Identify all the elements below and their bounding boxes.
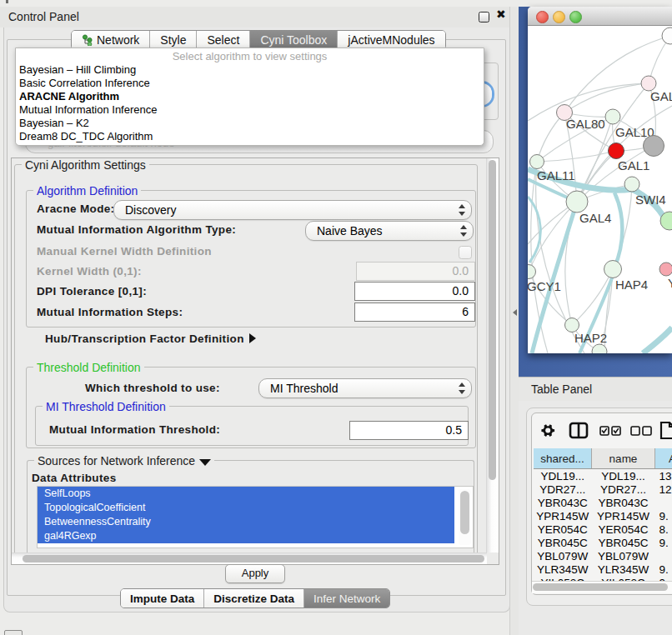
tab-style[interactable]: Style (150, 31, 197, 49)
network-edge-highlighted[interactable] (614, 192, 622, 268)
mi-type-label: Mutual Information Algorithm Type: (37, 223, 236, 236)
data-attributes-list[interactable]: SelfLoopsTopologicalCoefficientBetweenne… (37, 486, 474, 548)
network-node-label: GCY1 (528, 279, 561, 293)
algorithm-option[interactable]: Dream8 DC_TDC Algorithm (16, 130, 484, 143)
aracne-mode-combobox[interactable]: Discovery (113, 200, 472, 220)
table-row[interactable]: YER054CYER054C8. (534, 522, 672, 536)
network-node-label: Y (668, 276, 672, 290)
mi-threshold-group: MI Threshold Definition Mutual Informati… (35, 406, 469, 446)
network-node-y[interactable] (659, 262, 672, 276)
network-node-label: GAL80 (566, 117, 605, 131)
panel-corner-button[interactable] (4, 630, 23, 635)
settings-vertical-scrollbar[interactable] (486, 158, 499, 552)
network-node-label: SWI4 (635, 192, 666, 207)
table-cell: YDR27... (534, 482, 592, 496)
attribute-item[interactable]: gal4RGexp (38, 529, 454, 543)
tab-cyni-toolbox[interactable]: Cyni Toolbox (250, 31, 338, 49)
table-row[interactable]: YBL079WYBL079W (534, 549, 672, 562)
scrollbar-thumb[interactable] (533, 583, 668, 591)
unchecked-pair-icon[interactable] (631, 427, 651, 435)
checked-pair-icon[interactable] (600, 427, 620, 435)
attribute-list-scrollbar[interactable] (459, 489, 471, 545)
screen: Control Panel ✖ galFiltered.sif default … (0, 0, 672, 635)
kernel-width-field[interactable]: 0.0 (356, 262, 475, 281)
network-node-hap2[interactable] (565, 318, 579, 332)
threshold-definition-group: Threshold Definition Which threshold to … (26, 367, 476, 448)
scrollbar-thumb[interactable] (460, 491, 469, 534)
close-traffic-light[interactable] (536, 11, 549, 23)
table-row[interactable]: YBR043CYBR043C (534, 496, 672, 509)
network-node-hap4[interactable] (604, 261, 622, 278)
sources-title[interactable]: Sources for Network Inference (34, 454, 214, 468)
mi-steps-field[interactable]: 6 (354, 302, 475, 322)
table-row[interactable]: YDR27...YDR27...12 (534, 482, 672, 496)
table-row[interactable]: YBR045CYBR045C9. (534, 536, 672, 549)
mi-threshold-field[interactable]: 0.5 (349, 421, 469, 440)
network-edge-highlighted[interactable] (643, 328, 672, 353)
attribute-item[interactable]: BetweennessCentrality (38, 515, 454, 529)
close-icon[interactable]: ✖ (496, 8, 506, 21)
network-edge[interactable] (528, 83, 649, 121)
apply-button[interactable]: Apply (225, 564, 285, 583)
cyni-algorithm-settings-group: Cyni Algorithm Settings Algorithm Defini… (14, 164, 478, 565)
column-header-A[interactable]: A (655, 448, 672, 469)
network-edge[interactable] (537, 112, 564, 162)
manual-kernel-checkbox[interactable] (459, 246, 472, 259)
network-node-gal4[interactable] (566, 191, 588, 212)
document-icon[interactable] (661, 422, 672, 438)
which-threshold-value: MI Threshold (270, 382, 338, 395)
settings-scrollpane: Cyni Algorithm Settings Algorithm Defini… (11, 158, 499, 565)
gear-icon[interactable] (541, 424, 554, 437)
network-window-titlebar[interactable] (528, 7, 672, 26)
tab-infer-network[interactable]: Infer Network (304, 589, 389, 608)
tab-jactivemnodules[interactable]: jActiveMNodules (338, 31, 444, 49)
hub-definition-label[interactable]: Hub/Transcription Factor Definition (45, 332, 256, 345)
collapse-left-icon[interactable] (513, 309, 517, 316)
table-cell: 9. (655, 509, 672, 522)
attribute-item[interactable]: SelfLoops (38, 487, 454, 501)
table-panel-titlebar: Table Panel (519, 377, 672, 402)
column-header-name[interactable]: name (592, 448, 655, 469)
tab-impute-data[interactable]: Impute Data (121, 589, 204, 608)
network-node-gcy1[interactable] (528, 265, 536, 279)
mi-type-combobox[interactable]: Naive Bayes (305, 221, 474, 241)
zoom-traffic-light[interactable] (569, 11, 582, 23)
tab-network[interactable]: Network (72, 31, 150, 49)
table-row[interactable]: YPR145WYPR145W9. (534, 509, 672, 522)
network-node[interactable] (662, 28, 672, 44)
scrollbar-thumb[interactable] (23, 555, 484, 562)
tab-select[interactable]: Select (197, 31, 250, 49)
column-header-shared[interactable]: shared... (534, 448, 592, 469)
table-horizontal-scrollbar[interactable] (532, 581, 672, 593)
dpi-tolerance-field[interactable]: 0.0 (354, 282, 475, 301)
which-threshold-combobox[interactable]: MI Threshold (258, 378, 472, 398)
columns-icon[interactable] (570, 423, 587, 438)
network-canvas[interactable]: GAL2GAL80GAL10GAL1GAL11SWI4GAL4GCY1HAP4Y… (528, 26, 672, 353)
minimize-traffic-light[interactable] (553, 11, 565, 23)
table-cell: 13 (655, 469, 672, 483)
control-panel-titlebar: Control Panel ✖ (0, 7, 514, 28)
table-cell: YDR27... (592, 482, 655, 496)
network-node-gal10[interactable] (605, 109, 620, 124)
combo-arrows-icon (459, 204, 465, 216)
scrollbar-thumb[interactable] (489, 160, 496, 480)
manual-kernel-label: Manual Kernel Width Definition (37, 245, 212, 258)
algorithm-option[interactable]: Basic Correlation Inference (16, 77, 484, 90)
table-cell: YBR045C (534, 536, 592, 549)
network-node-swi4[interactable] (624, 177, 639, 192)
network-node-gal11[interactable] (530, 155, 544, 169)
table-row[interactable]: YDL19...YDL19...13 (534, 469, 672, 483)
settings-horizontal-scrollbar[interactable] (12, 552, 487, 564)
algorithm-option[interactable]: Bayesian – Hill Climbing (16, 63, 484, 77)
algorithm-option[interactable]: ARACNE Algorithm (16, 90, 484, 103)
tab-discretize-data[interactable]: Discretize Data (204, 589, 304, 608)
float-window-icon[interactable] (479, 12, 489, 22)
network-node-label: GAL4 (579, 211, 611, 225)
table-row[interactable]: YLR345WYLR345W9. (534, 562, 672, 576)
network-node-gal1[interactable] (609, 143, 624, 159)
attribute-item[interactable]: TopologicalCoefficient (38, 501, 454, 515)
network-node[interactable] (644, 136, 664, 157)
collapse-down-icon (199, 459, 211, 466)
algorithm-option[interactable]: Bayesian – K2 (16, 117, 484, 130)
algorithm-option[interactable]: Mutual Information Inference (16, 103, 484, 117)
